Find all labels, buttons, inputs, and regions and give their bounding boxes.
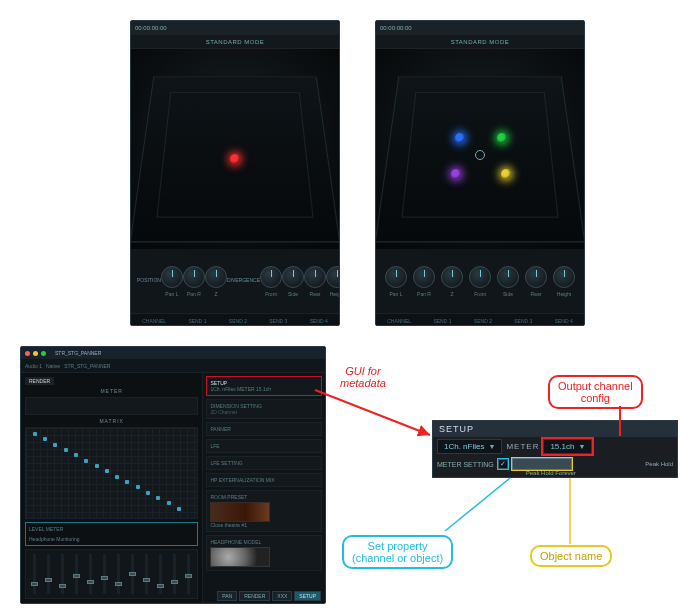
headphone-panel: HEADPHONE MODEL: [206, 535, 322, 571]
panner-bus-tabs: CHANNEL SEND 1 SEND 2 SEND 3 SEND 4: [131, 313, 339, 326]
setup-title: SETUP: [433, 421, 677, 437]
host-titlebar: STR_STG_PANNER: [21, 347, 325, 359]
fader[interactable]: [187, 554, 190, 594]
hrtf-thumbnail[interactable]: [210, 547, 270, 567]
fader[interactable]: [117, 554, 120, 594]
tab-render[interactable]: RENDER: [25, 377, 54, 385]
minimize-icon[interactable]: [33, 351, 38, 356]
close-icon[interactable]: [25, 351, 30, 356]
knob-height[interactable]: [553, 266, 575, 288]
panner-timecode: 00:00:00:00: [131, 21, 339, 35]
tab-render-button[interactable]: RENDER: [239, 591, 270, 601]
knob-pan-r[interactable]: [413, 266, 435, 288]
panner-window-single: 00:00:00:00 STANDARD MODE POSITION Pan L…: [130, 20, 340, 326]
knob-side[interactable]: [497, 266, 519, 288]
fader[interactable]: [173, 554, 176, 594]
arrow-object-name: [550, 478, 590, 546]
panner-mode-label: STANDARD MODE: [131, 35, 339, 49]
externalization-panel: HP EXTERNALIZATION MIX: [206, 473, 322, 487]
orb-right-rear[interactable]: [501, 169, 511, 179]
knob-pan-r[interactable]: [183, 266, 205, 288]
maximize-icon[interactable]: [41, 351, 46, 356]
knob-rear[interactable]: [525, 266, 547, 288]
orb-left-rear[interactable]: [451, 169, 461, 179]
fader[interactable]: [75, 554, 78, 594]
host-plugin-window: STR_STG_PANNER Audio 1 Native STR_STG_PA…: [20, 346, 326, 604]
input-mode-value: 1Ch. nFiles: [444, 442, 484, 451]
property-checkbox[interactable]: ✓: [498, 459, 508, 469]
knob-front[interactable]: [469, 266, 491, 288]
panner-3d-view[interactable]: [376, 49, 584, 249]
orb-right-front[interactable]: [497, 133, 507, 143]
output-config-dropdown[interactable]: 15.1ch ▼: [543, 439, 592, 454]
bus-tab-send2[interactable]: SEND 2: [229, 318, 247, 324]
bus-tab-channel[interactable]: CHANNEL: [387, 318, 411, 324]
panner-controls: Pan L Pan R Z Front Side Rear Height: [376, 249, 584, 313]
input-mode-dropdown[interactable]: 1Ch. nFiles ▼: [437, 439, 502, 454]
peak-hold-forever-label: Peak Hold Forever: [526, 470, 576, 476]
annotation-output-channel: Output channel config: [548, 375, 643, 409]
fader[interactable]: [33, 554, 36, 594]
lfe-setting-panel: LFE SETTING: [206, 456, 322, 470]
knob-rear[interactable]: [304, 266, 326, 288]
fader[interactable]: [61, 554, 64, 594]
tab-xxx-button[interactable]: XXX: [272, 591, 292, 601]
fader[interactable]: [159, 554, 162, 594]
bus-tab-send2[interactable]: SEND 2: [474, 318, 492, 324]
fader[interactable]: [131, 554, 134, 594]
audio-object-orb[interactable]: [230, 154, 240, 164]
host-toolbar: Audio 1 Native STR_STG_PANNER: [21, 359, 325, 373]
bus-tab-send1[interactable]: SEND 1: [433, 318, 451, 324]
knob-pan-l[interactable]: [385, 266, 407, 288]
knob-z[interactable]: [441, 266, 463, 288]
panner-3d-view[interactable]: [131, 49, 339, 249]
eq-graph[interactable]: [25, 397, 198, 415]
bus-tab-send4[interactable]: SEND 4: [310, 318, 328, 324]
annotation-object-name: Object name: [530, 545, 612, 567]
tab-setup-button[interactable]: SETUP: [294, 591, 321, 601]
meter-setting-label: METER SETTING: [437, 461, 494, 468]
fader[interactable]: [47, 554, 50, 594]
host-left-pane: RENDER METER MATRIX LEVEL METER Headphon…: [21, 373, 202, 603]
knob-side[interactable]: [282, 266, 304, 288]
tab-pan-button[interactable]: PAN: [217, 591, 237, 601]
svg-line-0: [315, 390, 430, 435]
knob-front[interactable]: [260, 266, 282, 288]
knob-pan-l[interactable]: [161, 266, 183, 288]
knob-height[interactable]: [326, 266, 340, 288]
object-name-field[interactable]: [512, 458, 572, 470]
bus-tab-send1[interactable]: SEND 1: [188, 318, 206, 324]
routing-matrix[interactable]: [25, 427, 198, 518]
section-meter: METER: [25, 388, 198, 394]
section-matrix: MATRIX: [25, 418, 198, 424]
setup-panel-content: 1Ch. nFiles METER 15.1ch: [210, 386, 318, 392]
bus-tab-channel[interactable]: CHANNEL: [142, 318, 166, 324]
listener-icon: [475, 150, 485, 160]
panner-window-multi: 00:00:00:00 STANDARD MODE Pan L Pan R Z …: [375, 20, 585, 326]
host-right-pane: SETUP 1Ch. nFiles METER 15.1ch DIMENSION…: [202, 373, 325, 603]
orb-left-front[interactable]: [455, 133, 465, 143]
fader-bank: [25, 549, 198, 599]
chevron-down-icon: ▼: [488, 443, 495, 450]
fader[interactable]: [103, 554, 106, 594]
lfe-panel: LFE: [206, 439, 322, 453]
meter-label: METER: [506, 442, 539, 451]
fader[interactable]: [89, 554, 92, 594]
arrow-set-property: [440, 476, 520, 536]
bus-tab-send3[interactable]: SEND 3: [269, 318, 287, 324]
plugin-selector[interactable]: STR_STG_PANNER: [64, 363, 110, 369]
window-title: STR_STG_PANNER: [55, 350, 101, 356]
engine-selector[interactable]: Native: [46, 363, 60, 369]
track-selector[interactable]: Audio 1: [25, 363, 42, 369]
level-meter-title: LEVEL METER: [29, 526, 194, 532]
panner-controls: POSITION Pan L Pan R Z DIVERGENCE Front …: [131, 249, 339, 313]
section-divergence: DIVERGENCE: [227, 277, 260, 283]
chevron-down-icon: ▼: [578, 443, 585, 450]
bus-tab-send4[interactable]: SEND 4: [555, 318, 573, 324]
fader[interactable]: [145, 554, 148, 594]
section-position: POSITION: [137, 277, 161, 283]
bus-tab-send3[interactable]: SEND 3: [514, 318, 532, 324]
knob-z[interactable]: [205, 266, 227, 288]
setup-panel-zoom: SETUP 1Ch. nFiles ▼ METER 15.1ch ▼ METER…: [432, 420, 678, 478]
speaker-thumbnail[interactable]: [210, 502, 270, 522]
